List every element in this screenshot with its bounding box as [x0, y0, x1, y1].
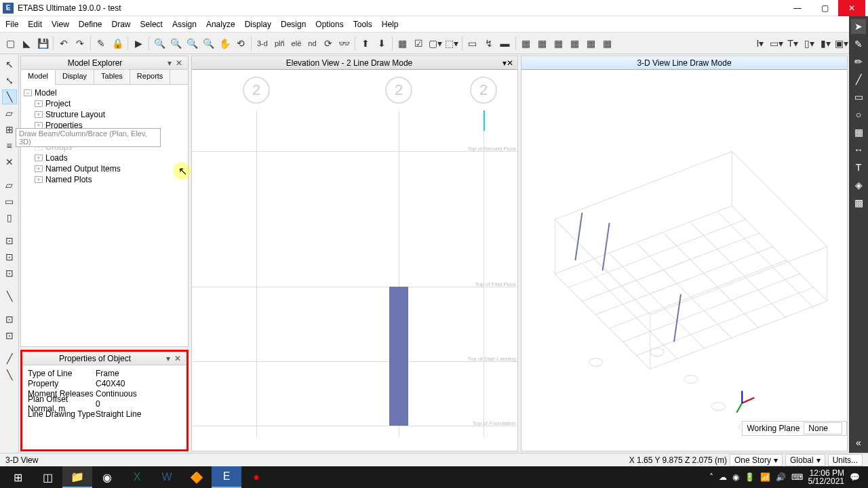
menu-analyze[interactable]: Analyze [206, 20, 235, 29]
model-tree[interactable]: −Model +Project +Structure Layout +Prope… [21, 85, 188, 188]
taskview-icon[interactable]: ◫ [33, 466, 62, 488]
zoom-fit-icon[interactable]: 🔍 [184, 36, 199, 51]
point-tool-icon[interactable]: ⊡ [2, 312, 17, 327]
pan-icon[interactable]: ✋ [217, 36, 232, 51]
panel-close-icon[interactable]: ✕ [174, 58, 184, 68]
grid3-icon[interactable]: ▦ [551, 36, 566, 51]
frame-icon[interactable]: ▭ [465, 36, 480, 51]
excel-icon[interactable]: X [122, 466, 152, 488]
view-3d-button[interactable]: 3-d [254, 36, 271, 51]
line2-icon[interactable]: ╱ [851, 72, 866, 87]
close-button[interactable]: ✕ [838, 0, 865, 16]
prop-row[interactable]: PropertyC40X40 [28, 378, 181, 388]
tab-display[interactable]: Display [56, 70, 94, 84]
view-plan-button[interactable]: plñ [272, 36, 288, 51]
menu-display[interactable]: Display [245, 20, 271, 29]
tray-up-icon[interactable]: ˄ [709, 472, 713, 482]
chrome-icon[interactable]: ◉ [92, 466, 122, 488]
menu-edit[interactable]: Edit [28, 20, 42, 29]
menu-options[interactable]: Options [315, 20, 343, 29]
menu-design[interactable]: Design [281, 20, 306, 29]
down-icon[interactable]: ⬇ [374, 36, 389, 51]
new-icon[interactable]: ▢ [3, 36, 18, 51]
3d-viewport[interactable]: 3-D View Line Draw Mode [521, 56, 848, 451]
wp-select[interactable]: None [804, 422, 842, 434]
line-tool-icon[interactable]: ╲ [2, 289, 17, 304]
coord-select[interactable]: Global ▾ [785, 454, 825, 466]
undo-icon[interactable]: ↶ [56, 36, 71, 51]
pointer-icon[interactable]: ➤ [851, 19, 866, 34]
draw-slab-icon[interactable]: ▭ [2, 194, 17, 209]
tray-notif-icon[interactable]: 💬 [850, 472, 860, 482]
open-icon[interactable]: ◣ [19, 36, 34, 51]
select-all-icon[interactable]: ▦ [395, 36, 410, 51]
refresh-icon[interactable]: ⟳ [321, 36, 336, 51]
menu-select[interactable]: Select [140, 20, 163, 29]
section-icon[interactable]: ▯▾ [802, 36, 816, 51]
grid6-icon[interactable]: ▦ [600, 36, 615, 51]
ibeam-icon[interactable]: I▾ [753, 36, 768, 51]
glasses-icon[interactable]: 👓 [337, 36, 352, 51]
grid-icon[interactable]: ▦ [851, 125, 866, 140]
draw-brace-icon[interactable]: ✕ [2, 155, 17, 169]
dim-icon[interactable]: ↔ [851, 142, 866, 157]
vp-close-icon[interactable]: ✕ [507, 58, 513, 68]
measure-icon[interactable]: ╲ [2, 367, 17, 382]
wall-icon[interactable]: ▮▾ [818, 36, 833, 51]
word-icon[interactable]: W [152, 466, 182, 488]
tray-wifi-icon[interactable]: 📶 [760, 472, 770, 482]
axis-icon[interactable]: ↯ [481, 36, 496, 51]
draw-rect-icon[interactable]: ▱ [2, 106, 17, 121]
prop-row[interactable]: Line Drawing TypeStraight Line [28, 409, 181, 419]
pencil2-icon[interactable]: ✏ [851, 54, 866, 69]
tray-battery-icon[interactable]: 🔋 [745, 472, 755, 482]
props-dd-icon[interactable]: ▾ [163, 354, 173, 363]
draw-beam-icon[interactable]: ≡ [2, 138, 17, 153]
tree-plots[interactable]: Named Plots [45, 175, 92, 184]
menu-assign[interactable]: Assign [172, 20, 197, 29]
marker-icon[interactable]: ✎ [851, 37, 866, 52]
menu-draw[interactable]: Draw [112, 20, 131, 29]
record-icon[interactable]: ● [241, 466, 271, 488]
lock-icon[interactable]: 🔒 [110, 36, 125, 51]
draw-wall-icon[interactable]: ▯ [2, 210, 17, 225]
tray-meet-icon[interactable]: ◉ [732, 472, 739, 482]
story-select[interactable]: One Story ▾ [730, 454, 783, 466]
grid1-icon[interactable]: ▦ [519, 36, 534, 51]
slab-icon[interactable]: ▭▾ [769, 36, 784, 51]
tab-tables[interactable]: Tables [94, 70, 130, 84]
pointer2-icon[interactable]: ↖ [2, 57, 17, 72]
up-icon[interactable]: ⬆ [358, 36, 373, 51]
pencil-icon[interactable]: ✎ [94, 36, 108, 51]
props-close-icon[interactable]: ✕ [173, 354, 182, 363]
circle-icon[interactable]: ○ [851, 107, 866, 122]
etabs-taskbar-icon[interactable]: E [212, 466, 241, 488]
tab-reports[interactable]: Reports [130, 70, 171, 84]
zoom-window-icon[interactable]: 🔍 [201, 36, 216, 51]
draw-col-icon[interactable]: ⊞ [2, 122, 17, 137]
section-cut-icon[interactable]: ╱ [2, 351, 17, 366]
grid2-icon[interactable]: ▦ [535, 36, 550, 51]
prop-row[interactable]: Plan Offset Normal, m0 [28, 399, 181, 409]
redo-icon[interactable]: ↷ [73, 36, 87, 51]
tree-output[interactable]: Named Output Items [45, 164, 121, 174]
tab-model[interactable]: Model [21, 70, 56, 85]
draw-poly-icon[interactable]: ▱ [2, 178, 17, 192]
line-icon[interactable]: ▬ [498, 36, 513, 51]
composite-icon[interactable]: ▣▾ [834, 36, 849, 51]
expand-icon[interactable]: « [851, 435, 866, 450]
check-icon[interactable]: ☑ [412, 36, 427, 51]
tray-volume-icon[interactable]: 🔊 [776, 472, 786, 482]
grid4-icon[interactable]: ▦ [568, 36, 583, 51]
save-icon[interactable]: 💾 [35, 36, 50, 51]
draw-line-icon[interactable]: ╲ [2, 89, 17, 104]
symbol-icon[interactable]: ◈ [851, 178, 866, 192]
text-icon[interactable]: T [851, 160, 866, 175]
joint-tool-icon[interactable]: ⊡ [2, 328, 17, 343]
tray-onedrive-icon[interactable]: ☁ [719, 472, 727, 482]
tray-lang-icon[interactable]: ⌨ [791, 472, 803, 482]
tree-project[interactable]: Project [45, 99, 71, 108]
box-dd-icon[interactable]: ▢▾ [428, 36, 443, 51]
dim-tool-icon[interactable]: ⊡ [2, 249, 17, 264]
grid5-icon[interactable]: ▦ [584, 36, 599, 51]
